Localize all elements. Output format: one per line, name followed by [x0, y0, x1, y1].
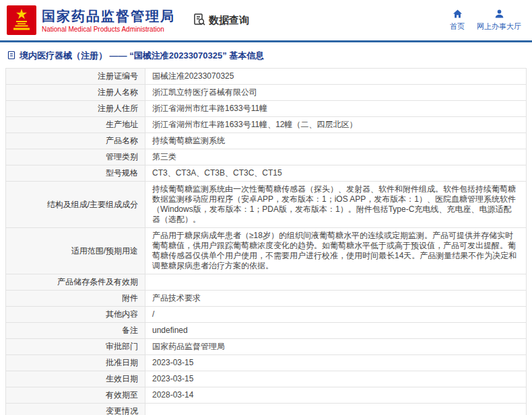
document-icon [7, 50, 16, 62]
table-row: 附件 产品技术要求 [6, 291, 527, 307]
row-label: 适用范围/预期用途 [6, 228, 145, 274]
row-value: 持续葡萄糖监测系统由一次性葡萄糖传感器（探头）、发射器、软件和附件组成。软件包括… [145, 182, 527, 228]
data-query-nav[interactable]: 数据查询 [193, 13, 249, 28]
row-label: 结构及组成/主要组成成分 [6, 182, 145, 228]
row-label: 变更情况 [6, 404, 145, 415]
row-label: 审批部门 [6, 339, 145, 355]
agency-subtitle: National Medical Products Administration [42, 26, 175, 33]
row-value: CT3、CT3A、CT3B、CT3C、CT15 [145, 165, 527, 182]
user-icon [494, 9, 504, 20]
row-label: 生产地址 [6, 117, 145, 133]
data-query-label: 数据查询 [209, 14, 249, 27]
row-label: 备注 [6, 323, 145, 339]
row-label: 产品名称 [6, 133, 145, 149]
nav-home[interactable]: 首页 [450, 9, 465, 32]
table-row: 注册证编号 国械注准20233070325 [6, 69, 527, 85]
row-label: 批准日期 [6, 355, 145, 371]
row-value: 浙江省湖州市红丰路1633号11幢、12幢（二、四层北区） [145, 117, 527, 133]
breadcrumb: 境内医疗器械（注册） —— “国械注准20233070325” 基本信息 [0, 42, 532, 68]
agency-title: 国家药品监督管理局 [42, 8, 175, 24]
row-value: undefined [145, 323, 527, 339]
row-value: 国家药品监督管理局 [145, 339, 527, 355]
row-value [145, 404, 527, 415]
data-query-icon [193, 13, 206, 28]
agency-title-block: 国家药品监督管理局 National Medical Products Admi… [42, 8, 175, 33]
row-value: 浙江凯立特医疗器械有限公司 [145, 85, 527, 101]
row-value: 第三类 [145, 149, 527, 165]
nmpa-emblem-logo [7, 5, 36, 35]
row-value: 2023-03-15 [145, 355, 527, 371]
nav-home-label: 首页 [450, 22, 465, 32]
row-value: 国械注准20233070325 [145, 69, 527, 85]
row-value: 浙江省湖州市红丰路1633号11幢 [145, 101, 527, 117]
table-row: 有效期至 2028-03-14 [6, 387, 527, 404]
table-row: 结构及组成/主要组成成分 持续葡萄糖监测系统由一次性葡萄糖传感器（探头）、发射器… [6, 182, 527, 228]
row-value: 产品技术要求 [145, 291, 527, 307]
table-row: 注册人住所 浙江省湖州市红丰路1633号11幢 [6, 101, 527, 117]
nav-service-hall[interactable]: 网上办事大厅 [477, 9, 521, 32]
site-header: 国家药品监督管理局 National Medical Products Admi… [0, 0, 532, 40]
row-label: 型号规格 [6, 165, 145, 182]
table-row: 产品储存条件及有效期 [6, 274, 527, 291]
row-value: 2028-03-14 [145, 387, 527, 404]
row-label: 有效期至 [6, 387, 145, 404]
breadcrumb-text: 境内医疗器械（注册） —— “国械注准20233070325” 基本信息 [20, 50, 264, 62]
row-label: 管理类别 [6, 149, 145, 165]
row-label: 注册人住所 [6, 101, 145, 117]
row-label: 注册人名称 [6, 85, 145, 101]
row-label: 生效日期 [6, 371, 145, 387]
table-row: 适用范围/预期用途 产品用于糖尿病成年患者（≥18岁）的组织间液葡萄糖水平的连续… [6, 228, 527, 274]
table-row: 注册人名称 浙江凯立特医疗器械有限公司 [6, 85, 527, 101]
table-row: 批准日期 2023-03-15 [6, 355, 527, 371]
table-row: 管理类别 第三类 [6, 149, 527, 165]
registration-info-table: 注册证编号 国械注准20233070325 注册人名称 浙江凯立特医疗器械有限公… [5, 68, 527, 415]
table-row: 变更情况 [6, 404, 527, 415]
row-value: / [145, 307, 527, 323]
table-row: 型号规格 CT3、CT3A、CT3B、CT3C、CT15 [6, 165, 527, 182]
header-nav: 首页 网上办事大厅 [450, 9, 521, 32]
row-label: 产品储存条件及有效期 [6, 274, 145, 291]
row-value: 2023-03-15 [145, 371, 527, 387]
row-label: 附件 [6, 291, 145, 307]
table-row: 生产地址 浙江省湖州市红丰路1633号11幢、12幢（二、四层北区） [6, 117, 527, 133]
table-row: 其他内容 / [6, 307, 527, 323]
row-label: 其他内容 [6, 307, 145, 323]
nav-service-hall-label: 网上办事大厅 [477, 22, 521, 32]
home-icon [453, 9, 463, 20]
row-value: 持续葡萄糖监测系统 [145, 133, 527, 149]
table-row: 产品名称 持续葡萄糖监测系统 [6, 133, 527, 149]
table-row: 备注 undefined [6, 323, 527, 339]
row-label: 注册证编号 [6, 69, 145, 85]
table-row: 审批部门 国家药品监督管理局 [6, 339, 527, 355]
table-row: 生效日期 2023-03-15 [6, 371, 527, 387]
row-value [145, 274, 527, 291]
row-value: 产品用于糖尿病成年患者（≥18岁）的组织间液葡萄糖水平的连续或定期监测。产品可提… [145, 228, 527, 274]
